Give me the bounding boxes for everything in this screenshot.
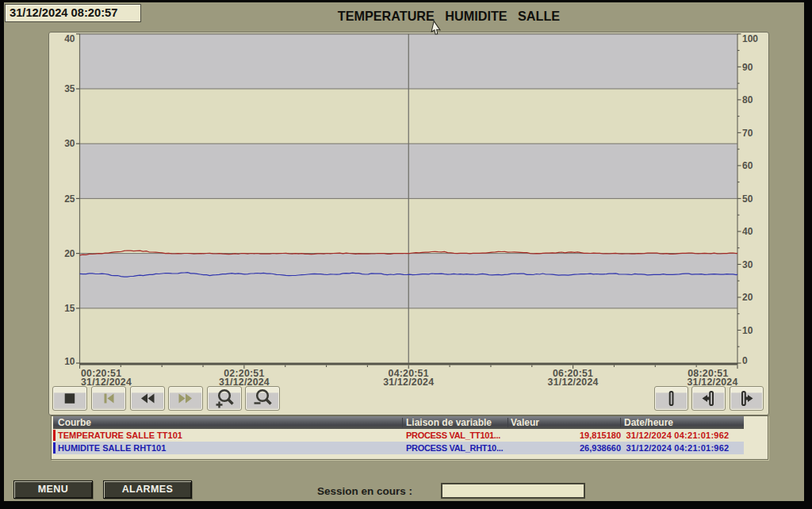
svg-text:10: 10	[742, 325, 753, 336]
svg-text:20: 20	[742, 292, 753, 303]
svg-text:100: 100	[742, 33, 758, 44]
svg-text:15: 15	[64, 303, 75, 314]
svg-text:50: 50	[742, 193, 753, 205]
svg-text:31/12/2024: 31/12/2024	[383, 377, 434, 388]
svg-text:90: 90	[742, 62, 753, 73]
svg-text:40: 40	[742, 226, 753, 237]
svg-text:25: 25	[64, 193, 75, 205]
svg-text:30: 30	[64, 138, 75, 149]
svg-text:40: 40	[64, 33, 75, 44]
svg-text:35: 35	[64, 83, 75, 94]
svg-text:30: 30	[742, 259, 753, 270]
svg-text:80: 80	[742, 94, 753, 105]
svg-text:31/12/2024: 31/12/2024	[548, 377, 599, 388]
svg-text:60: 60	[742, 160, 753, 171]
svg-text:0: 0	[742, 355, 748, 366]
svg-text:70: 70	[742, 128, 753, 139]
svg-text:10: 10	[64, 356, 75, 367]
svg-text:20: 20	[64, 248, 75, 259]
